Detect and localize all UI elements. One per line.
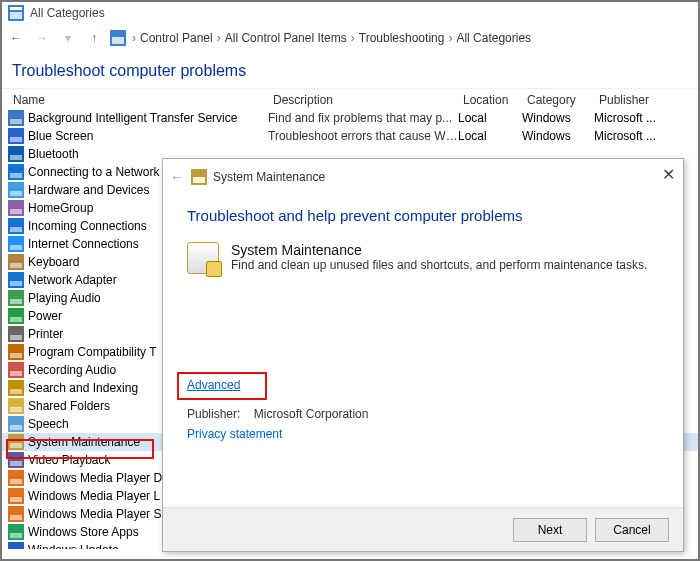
wizard-back-button[interactable]: ← xyxy=(163,169,191,185)
list-item[interactable]: Background Intelligent Transfer ServiceF… xyxy=(2,109,698,127)
svg-rect-16 xyxy=(10,209,22,214)
svg-rect-34 xyxy=(10,371,22,376)
col-category[interactable]: Category xyxy=(522,93,594,107)
forward-button[interactable]: → xyxy=(32,31,52,45)
breadcrumb-icon xyxy=(110,30,126,46)
col-location[interactable]: Location xyxy=(458,93,522,107)
svg-rect-52 xyxy=(10,533,22,538)
svg-rect-38 xyxy=(10,407,22,412)
svg-rect-4 xyxy=(112,37,124,44)
list-item[interactable]: Blue ScreenTroubleshoot errors that caus… xyxy=(2,127,698,145)
nav-bar: ← → ▾ ↑ ›Control Panel ›All Control Pane… xyxy=(2,24,698,52)
svg-rect-24 xyxy=(10,281,22,286)
column-headers[interactable]: Name Description Location Category Publi… xyxy=(2,88,698,109)
wizard-item[interactable]: System Maintenance Find and clean up unu… xyxy=(187,242,659,274)
next-button[interactable]: Next xyxy=(513,518,587,542)
breadcrumb-item[interactable]: Control Panel xyxy=(140,31,213,45)
svg-rect-20 xyxy=(10,245,22,250)
svg-rect-18 xyxy=(10,227,22,232)
item-icon xyxy=(8,272,24,288)
item-name: Background Intelligent Transfer Service xyxy=(28,111,268,125)
app-icon xyxy=(8,5,24,21)
item-icon xyxy=(8,488,24,504)
item-location: Local xyxy=(458,111,522,125)
window-titlebar: All Categories xyxy=(2,2,698,24)
item-publisher: Microsoft ... xyxy=(594,111,674,125)
privacy-link[interactable]: Privacy statement xyxy=(187,427,659,441)
wizard-item-desc: Find and clean up unused files and short… xyxy=(231,258,647,272)
breadcrumb-item[interactable]: All Control Panel Items xyxy=(225,31,347,45)
wizard-title-icon xyxy=(191,169,207,185)
item-icon xyxy=(8,110,24,126)
item-icon xyxy=(8,182,24,198)
svg-rect-22 xyxy=(10,263,22,268)
svg-rect-1 xyxy=(10,7,22,10)
svg-rect-32 xyxy=(10,353,22,358)
advanced-link[interactable]: Advanced xyxy=(187,378,240,392)
item-desc: Find and fix problems that may p... xyxy=(268,111,458,125)
item-icon xyxy=(8,380,24,396)
item-icon xyxy=(8,236,24,252)
svg-rect-46 xyxy=(10,479,22,484)
item-desc: Troubleshoot errors that cause Wi... xyxy=(268,129,458,143)
cancel-button[interactable]: Cancel xyxy=(595,518,669,542)
svg-rect-36 xyxy=(10,389,22,394)
wizard-item-title: System Maintenance xyxy=(231,242,647,258)
item-icon xyxy=(8,344,24,360)
item-name: Blue Screen xyxy=(28,129,268,143)
item-category: Windows xyxy=(522,111,594,125)
item-icon xyxy=(8,164,24,180)
back-button[interactable]: ← xyxy=(6,31,26,45)
col-publisher[interactable]: Publisher xyxy=(594,93,674,107)
item-icon xyxy=(8,218,24,234)
item-icon xyxy=(8,416,24,432)
svg-rect-40 xyxy=(10,425,22,430)
window-title: All Categories xyxy=(30,6,105,20)
troubleshooter-wizard: ← System Maintenance ✕ Troubleshoot and … xyxy=(162,158,684,552)
item-icon xyxy=(8,308,24,324)
item-icon xyxy=(8,254,24,270)
svg-rect-30 xyxy=(10,335,22,340)
svg-rect-28 xyxy=(10,317,22,322)
breadcrumb-item[interactable]: Troubleshooting xyxy=(359,31,445,45)
svg-rect-42 xyxy=(10,443,22,448)
item-category: Windows xyxy=(522,129,594,143)
item-icon xyxy=(8,524,24,540)
page-title: Troubleshoot computer problems xyxy=(2,52,698,88)
svg-rect-12 xyxy=(10,173,22,178)
svg-rect-2 xyxy=(10,12,22,19)
svg-rect-56 xyxy=(193,177,205,183)
item-icon xyxy=(8,200,24,216)
publisher-row: Publisher: Microsoft Corporation xyxy=(187,407,659,421)
wizard-heading: Troubleshoot and help prevent computer p… xyxy=(187,207,659,224)
item-icon xyxy=(8,146,24,162)
item-location: Local xyxy=(458,129,522,143)
item-icon xyxy=(8,470,24,486)
wizard-title: System Maintenance xyxy=(213,170,325,184)
item-icon xyxy=(8,452,24,468)
svg-rect-8 xyxy=(10,137,22,142)
svg-rect-50 xyxy=(10,515,22,520)
breadcrumb[interactable]: ›Control Panel ›All Control Panel Items … xyxy=(132,31,531,45)
up-button[interactable]: ↑ xyxy=(84,31,104,45)
svg-rect-10 xyxy=(10,155,22,160)
svg-rect-44 xyxy=(10,461,22,466)
item-icon xyxy=(8,362,24,378)
recent-button[interactable]: ▾ xyxy=(58,31,78,45)
item-icon xyxy=(8,398,24,414)
publisher-value: Microsoft Corporation xyxy=(254,407,369,421)
breadcrumb-item[interactable]: All Categories xyxy=(456,31,531,45)
close-icon[interactable]: ✕ xyxy=(662,165,675,184)
svg-rect-6 xyxy=(10,119,22,124)
publisher-label: Publisher: xyxy=(187,407,240,421)
maintenance-icon xyxy=(187,242,219,274)
svg-rect-14 xyxy=(10,191,22,196)
col-desc[interactable]: Description xyxy=(268,93,458,107)
svg-rect-53 xyxy=(8,542,24,549)
item-icon xyxy=(8,290,24,306)
svg-rect-26 xyxy=(10,299,22,304)
item-icon xyxy=(8,506,24,522)
col-name[interactable]: Name xyxy=(8,93,268,107)
item-publisher: Microsoft ... xyxy=(594,129,674,143)
item-icon xyxy=(8,434,24,450)
